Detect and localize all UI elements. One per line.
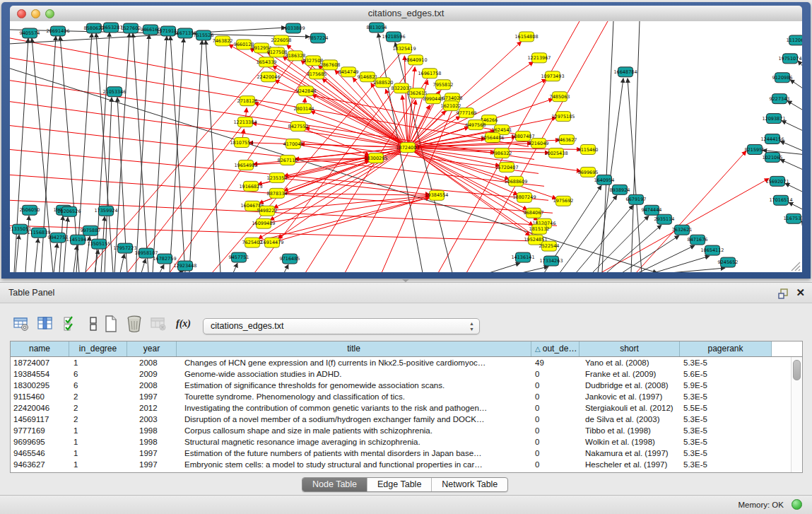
graph-node[interactable]: 9777169 <box>457 108 477 118</box>
graph-node[interactable]: 8938924 <box>610 185 630 194</box>
table-row[interactable]: 969969511998Structural magnetic resonanc… <box>11 436 802 448</box>
network-canvas[interactable]: 1872400774638229660128891295422260589127… <box>10 21 802 272</box>
column-header-title[interactable]: title <box>177 341 531 356</box>
table-row[interactable]: 977716911998Corpus callosum shape and si… <box>11 425 802 436</box>
table-row[interactable]: 1872400712008Changes of HCN gene express… <box>11 357 802 368</box>
graph-node[interactable]: 9684067 <box>524 208 544 218</box>
graph-node[interactable]: 1021065 <box>763 152 783 162</box>
graph-node[interactable]: 1167533 <box>784 214 802 223</box>
table-row[interactable]: 2242004622012Investigating the contribut… <box>11 402 802 414</box>
float-panel-icon[interactable] <box>778 288 789 299</box>
graph-node[interactable]: 2506050 <box>20 205 40 215</box>
graph-node[interactable]: 10688609 <box>504 176 527 186</box>
graph-node[interactable]: 11451947 <box>66 235 89 245</box>
graph-node[interactable]: 9463627 <box>557 135 577 145</box>
graph-node[interactable]: 16154808 <box>514 32 538 42</box>
graph-node[interactable]: 4170045 <box>283 139 304 149</box>
table-vertical-scrollbar[interactable] <box>791 357 802 472</box>
graph-node[interactable]: 12975185 <box>551 112 575 122</box>
graph-node[interactable]: 17359924 <box>94 206 117 216</box>
table-selector-dropdown[interactable]: citations_edges.txt ▲▼ <box>203 318 480 334</box>
graph-node[interactable]: 12213384 <box>233 117 257 127</box>
graph-node[interactable]: 9242848 <box>296 86 317 96</box>
table-row[interactable]: 1830029562008Estimation of significance … <box>11 380 802 391</box>
graph-node[interactable]: 8454749 <box>339 67 359 77</box>
graph-node[interactable]: 2803144 <box>294 104 314 114</box>
graph-node[interactable]: 16961758 <box>418 69 441 78</box>
network-graph[interactable]: 1872400774638229660128891295422260589127… <box>10 21 802 272</box>
graph-node[interactable]: 7632621 <box>672 225 693 235</box>
graph-node[interactable]: 8990448 <box>423 94 444 104</box>
graph-node[interactable]: 2867608 <box>320 60 341 70</box>
graph-node[interactable]: 17957223 <box>113 243 136 253</box>
graph-node[interactable]: 9457751 <box>229 252 249 262</box>
graph-node[interactable]: 9474444 <box>642 205 662 215</box>
graph-node[interactable]: 19218596 <box>382 32 405 42</box>
column-header-in_degree[interactable]: in_degree <box>69 341 127 356</box>
table-settings-button[interactable] <box>11 314 30 333</box>
graph-node[interactable]: 10654112 <box>700 245 724 255</box>
graph-node[interactable]: 16648784 <box>613 67 637 77</box>
graph-node[interactable]: 3175685 <box>307 69 327 79</box>
table-row[interactable]: 946362711997Embryonic stem cells: a mode… <box>11 459 802 470</box>
graph-node[interactable]: 9115460 <box>578 145 599 155</box>
graph-node[interactable]: 1640954 <box>594 175 615 185</box>
delete-table-button[interactable] <box>124 314 143 333</box>
graph-node[interactable]: 1654339 <box>257 57 277 67</box>
graph-node[interactable]: 9227343 <box>770 94 790 104</box>
graph-node[interactable]: 8427552 <box>288 122 309 132</box>
column-header-year[interactable]: year <box>127 341 177 356</box>
table-row[interactable]: 911546021997Tourette syndrome. Phenomeno… <box>11 391 802 402</box>
graph-node[interactable]: 9120986 <box>772 73 793 83</box>
graph-node[interactable]: 14136141 <box>511 252 534 262</box>
graph-node[interactable]: 5498222 <box>257 206 278 216</box>
graph-node[interactable]: 1235353 <box>267 173 288 182</box>
graph-node[interactable]: 16099489 <box>252 218 275 228</box>
function-builder-button[interactable]: f(x) <box>174 314 193 333</box>
graph-node[interactable]: 8267110 <box>278 155 298 165</box>
graph-node[interactable]: 17334263 <box>539 256 563 266</box>
graph-node[interactable]: 8215955 <box>745 145 765 155</box>
new-table-button[interactable] <box>101 314 120 333</box>
graph-node[interactable]: 6679197 <box>626 194 647 204</box>
graph-node[interactable]: 12093871 <box>762 114 785 124</box>
window-titlebar[interactable]: citations_edges.txt <box>10 6 802 22</box>
select-columns-button[interactable] <box>61 314 80 333</box>
graph-node[interactable]: 17016514 <box>769 195 792 205</box>
graph-node[interactable]: 20691406 <box>46 26 69 36</box>
column-header-short[interactable]: short <box>579 341 680 356</box>
graph-node[interactable]: 19166825 <box>239 181 262 191</box>
canvas-resize-grip[interactable] <box>792 262 800 271</box>
graph-node[interactable]: 12444156 <box>760 134 784 144</box>
graph-node[interactable]: 7986322 <box>492 148 512 158</box>
graph-node[interactable]: 2718126 <box>237 96 258 106</box>
graph-node[interactable]: 7485063 <box>550 92 570 102</box>
graph-node[interactable]: 7955812 <box>433 80 454 90</box>
graph-node[interactable]: 1588520 <box>373 78 394 88</box>
memory-status-icon[interactable] <box>792 499 802 510</box>
graph-node[interactable]: 18640910 <box>404 55 427 65</box>
tab-node-table[interactable]: Node Table <box>302 478 367 491</box>
graph-node[interactable]: 9942757 <box>48 233 69 243</box>
graph-node[interactable]: 7625402 <box>242 238 263 247</box>
graph-node[interactable]: 9975887 <box>81 226 101 235</box>
show-columns-button[interactable] <box>35 314 54 333</box>
table-row[interactable]: 1938455462009Genome-wide association stu… <box>11 368 802 380</box>
graph-node[interactable]: 12213967 <box>527 53 551 63</box>
graph-node[interactable]: 1527602 <box>121 23 141 33</box>
graph-node[interactable]: 9716485 <box>280 254 300 264</box>
graph-node[interactable]: 2935114 <box>654 214 675 224</box>
column-header-pagerank[interactable]: pagerank <box>680 341 772 356</box>
import-table-button[interactable] <box>148 314 167 333</box>
graph-node[interactable]: 7857224 <box>308 33 329 43</box>
graph-node[interactable]: 1621022 <box>441 101 461 111</box>
graph-node[interactable]: 8216049 <box>529 139 549 148</box>
graph-node[interactable]: 16033809 <box>281 23 305 33</box>
graph-node[interactable]: 2226058 <box>271 35 292 45</box>
graph-node[interactable]: 9699695 <box>578 167 599 177</box>
graph-node[interactable]: 19654982 <box>234 160 257 170</box>
graph-node[interactable]: 1815132 <box>529 224 550 234</box>
graph-node[interactable]: 15692071 <box>765 176 789 186</box>
table-row[interactable]: 1456911722003Disruption of a novel membe… <box>11 414 802 425</box>
graph-node[interactable]: 2522544 <box>539 241 560 251</box>
